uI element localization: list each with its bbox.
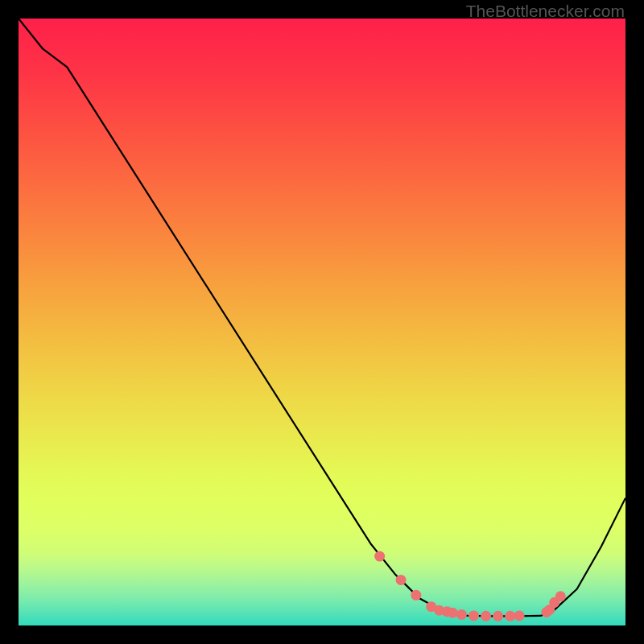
marker-dot <box>456 609 467 620</box>
chart-area <box>19 19 625 625</box>
marker-dot <box>411 590 421 601</box>
gradient-background <box>19 19 625 625</box>
marker-dot <box>481 611 491 621</box>
marker-dot <box>505 611 515 621</box>
marker-dot <box>374 551 385 562</box>
marker-dot <box>514 610 525 621</box>
marker-dot <box>448 608 458 618</box>
marker-dot <box>555 591 566 601</box>
marker-dot <box>493 611 503 621</box>
chart-svg <box>19 19 625 625</box>
marker-dot <box>469 610 479 621</box>
marker-dot <box>396 575 407 585</box>
watermark-text: TheBottlenecker.com <box>466 2 625 21</box>
